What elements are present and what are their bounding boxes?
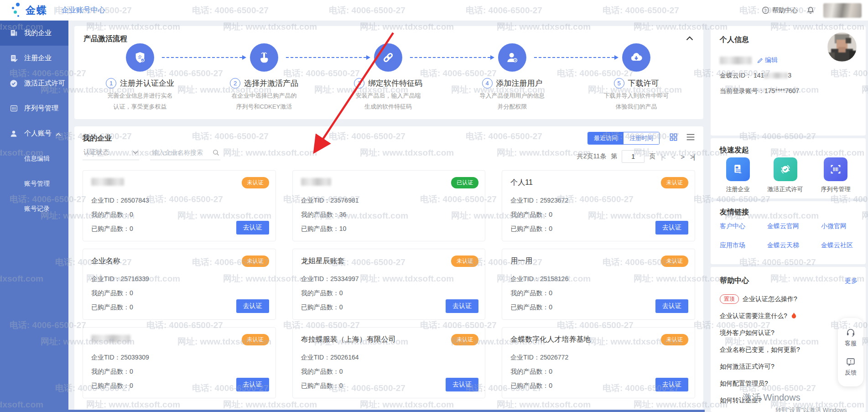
user-avatar[interactable] <box>823 3 862 18</box>
flow-step-bind-code: 3 绑定软件特征码 安装产品后，输入产品端生成的软件特征码 <box>326 43 450 112</box>
next-page-button[interactable]: > <box>680 153 685 161</box>
help-item[interactable]: 如何激活正式许可? <box>720 358 800 375</box>
search-input[interactable] <box>151 148 207 156</box>
enterprise-name: 金蝶数字化人才培养基地 <box>510 335 591 343</box>
my-enterprises-panel: 我的企业 认证状态 最近访问 注册时间 共2页11条 第 页 | <box>74 126 703 412</box>
sidebar-item-label: 个人账号 <box>24 129 52 138</box>
activate-check-icon <box>774 157 797 181</box>
help-item[interactable]: 置顶 企业认证怎么操作? <box>720 291 800 308</box>
sort-recent-button[interactable]: 最近访问 <box>588 132 624 144</box>
enterprise-card: 龙姐星辰账套 未认证 企业TID：25334997 我的产品数：0 已购产品数：… <box>292 249 486 320</box>
quick-action-register-enterprise[interactable]: 注册企业 <box>726 157 750 193</box>
verify-button[interactable]: 去认证 <box>236 299 269 313</box>
verify-button[interactable]: 去认证 <box>446 299 478 313</box>
sidebar-item-register-enterprise[interactable]: 注册企业 <box>0 46 68 71</box>
step-number: 4 <box>482 78 493 89</box>
pagination: 共2页11条 第 页 |< < > >| <box>577 150 695 163</box>
verify-button[interactable]: 去认证 <box>236 221 269 235</box>
first-page-button[interactable]: |< <box>660 153 666 161</box>
sidebar-item-serial-management[interactable]: 序列号管理 <box>0 96 68 121</box>
sidebar-item-label: 序列号管理 <box>24 104 58 113</box>
enterprise-tid: 企业TID：25716339 <box>91 275 267 283</box>
status-badge: 未认证 <box>242 334 269 345</box>
verify-button[interactable]: 去认证 <box>236 378 269 391</box>
enterprise-tid: 企业TID：25334997 <box>301 275 477 283</box>
collapse-chevron-icon[interactable] <box>686 34 693 42</box>
enterprise-doc-icon <box>9 29 18 38</box>
my-product-count: 我的产品数：36 <box>301 211 477 219</box>
app-title: 企业账号中心 <box>62 5 105 15</box>
edit-profile-link[interactable]: 编辑 <box>757 56 778 64</box>
edit-label: 编辑 <box>765 56 778 64</box>
quick-action-label: 激活正式许可 <box>768 185 803 193</box>
verify-button[interactable]: 去认证 <box>446 378 478 391</box>
cert-status-select[interactable]: 认证状态 <box>83 146 139 160</box>
verify-button[interactable]: 去认证 <box>655 299 688 313</box>
sort-register-time-button[interactable]: 注册时间 <box>624 132 659 144</box>
verify-button[interactable]: 去认证 <box>655 378 688 391</box>
chain-link-icon <box>374 43 402 72</box>
help-item[interactable]: 境外客户如何认证? <box>720 324 800 341</box>
enterprise-name: 用一用 <box>510 257 532 265</box>
pinned-badge: 置顶 <box>720 294 739 304</box>
enterprise-card: 未认证 企业TID：25039309 我的产品数：0 已购产品数：0 去认证 <box>83 327 276 398</box>
sidebar-item-my-enterprises[interactable]: 我的企业 <box>0 21 68 46</box>
enterprise-name: 布拉蝶服装（上海）有限公司 <box>301 335 396 343</box>
verify-button[interactable]: 去认证 <box>655 221 688 235</box>
enterprise-card: 布拉蝶服装（上海）有限公司 未认证 企业TID：25026164 我的产品数：0… <box>292 327 486 398</box>
customer-service-button[interactable]: 客服 <box>845 328 857 348</box>
quick-action-activate-license[interactable]: 激活正式许可 <box>768 157 803 193</box>
sidebar-item-activate-license[interactable]: 激活正式许可 <box>0 71 68 96</box>
page-number-input[interactable] <box>622 150 645 163</box>
link-kingdee-cloud-site[interactable]: 金蝶云官网 <box>767 222 821 230</box>
status-badge: 未认证 <box>661 256 688 267</box>
flow-panel-title: 产品激活流程 <box>83 34 127 44</box>
status-badge: 未认证 <box>451 334 478 345</box>
sidebar-item-personal-account[interactable]: 个人账号 <box>0 121 68 146</box>
help-item[interactable]: 企业名称已变更，如何更新? <box>720 341 800 358</box>
status-badge: 未认证 <box>661 177 688 188</box>
enterprise-tid: 企业TID：26507843 <box>91 197 267 205</box>
list-view-icon[interactable] <box>686 133 695 143</box>
dashed-arrow-connector <box>534 57 614 58</box>
my-product-count: 我的产品数：0 <box>510 368 686 376</box>
help-more-link[interactable]: 更多 <box>845 277 858 285</box>
header-help-link[interactable]: ? 帮助中心 <box>762 6 798 15</box>
my-product-count: 我的产品数：0 <box>301 368 477 376</box>
svg-text:?: ? <box>764 8 767 13</box>
link-cloud-community[interactable]: 金蝶云社区 <box>821 241 858 250</box>
link-xiaowei-site[interactable]: 小微官网 <box>821 222 858 230</box>
help-item[interactable]: 企业认证需要注意什么? <box>720 308 800 324</box>
enterprise-card: 企业名称 未认证 企业TID：25716339 我的产品数：0 已购产品数：0 … <box>83 249 276 320</box>
step-title: 下载许可 <box>628 78 659 89</box>
sidebar-item-account-management[interactable]: 账号管理 <box>0 171 68 196</box>
prev-page-button[interactable]: < <box>670 153 676 161</box>
quick-action-serial-management[interactable]: 序列号管理 <box>821 157 851 193</box>
link-customer-center[interactable]: 客户中心 <box>720 222 767 230</box>
doc-pen-icon <box>9 54 18 63</box>
header-divider: | <box>54 5 56 15</box>
grid-view-icon[interactable] <box>669 133 678 143</box>
sidebar-item-account-records[interactable]: 账号记录 <box>0 196 68 221</box>
chevron-up-icon <box>56 130 61 138</box>
link-cloud-ladder[interactable]: 金蝶云天梯 <box>767 241 821 250</box>
help-item[interactable]: 如何配置管理员? <box>720 375 800 392</box>
shield-enterprise-icon: 企 <box>126 43 154 72</box>
sidebar-item-info-edit[interactable]: 信息编辑 <box>0 146 68 171</box>
link-app-market[interactable]: 应用市场 <box>720 241 767 250</box>
quick-action-label: 注册企业 <box>726 185 750 193</box>
step-description: 下载并导入到软件中即可体验我们的产品 <box>604 90 669 112</box>
feedback-label: 反馈 <box>845 369 857 377</box>
blurred-user-name <box>720 57 752 64</box>
cert-status-placeholder: 认证状态 <box>83 148 109 156</box>
last-page-button[interactable]: >| <box>689 153 695 161</box>
bell-icon[interactable] <box>806 6 815 15</box>
enterprise-search[interactable] <box>150 146 220 160</box>
quick-action-label: 序列号管理 <box>821 185 851 193</box>
pencil-icon <box>757 57 763 63</box>
sidebar-subitem-label: 账号管理 <box>24 180 50 188</box>
flow-step-register: 企 1 注册并认证企业 完善企业信息并进行实名认证，享受更多权益 <box>78 43 202 112</box>
feedback-button[interactable]: 反馈 <box>845 357 857 377</box>
cloud-download-icon <box>622 43 650 72</box>
step-title: 注册并认证企业 <box>120 78 174 89</box>
